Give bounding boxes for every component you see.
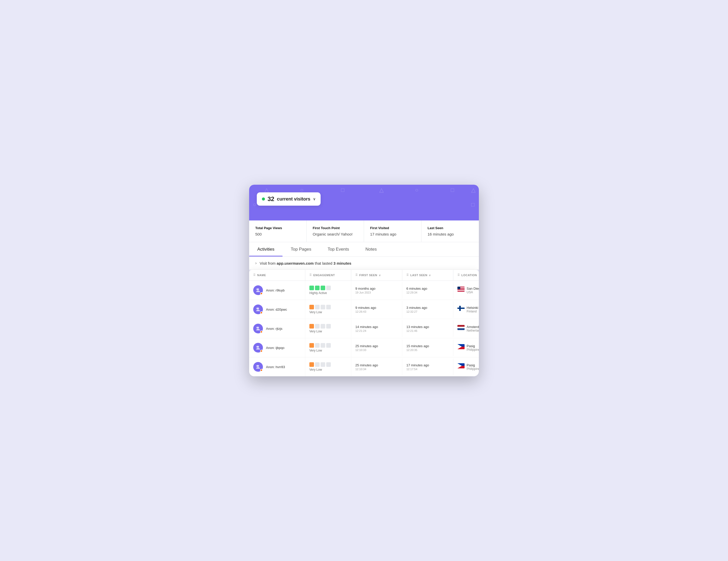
stat-value-first-visited: 17 minutes ago [370, 232, 415, 236]
td-engagement: Very Low [305, 319, 351, 338]
chevron-down-icon: ∨ [313, 197, 316, 201]
engagement-bar-3 [326, 305, 331, 310]
visitor-badge[interactable]: 32 current visitors ∨ [257, 192, 321, 206]
first-seen-date: 12:10:34 [355, 368, 398, 371]
stat-first-visited: First Visited 17 minutes ago [364, 220, 421, 242]
th-name-label: NAME [257, 273, 266, 277]
th-location-label: LOCATION [462, 273, 477, 277]
stat-first-touch: First Touch Point Organic search/ Yahoo! [307, 220, 364, 242]
bg-shape-9: □ [471, 201, 475, 208]
first-seen-rel: 25 minutes ago [355, 344, 398, 348]
engagement-bar-1 [315, 343, 320, 348]
td-engagement: Highly Active [305, 281, 351, 300]
last-seen-time: 12:29:34 [406, 291, 449, 294]
first-seen-date: 12:21:24 [355, 329, 398, 332]
location-country: Philippines [467, 367, 479, 371]
visitor-count: 32 [268, 195, 274, 202]
sort-icon-last-seen: ∨ [429, 274, 431, 277]
engagement-cell: Very Low [309, 305, 347, 314]
user-name: Anon: d20pwc [266, 308, 287, 312]
th-first-seen[interactable]: ⠿ FIRST SEEN ∨ [351, 270, 402, 280]
td-last-seen: 15 minutes ago12:20:35 [402, 340, 453, 356]
tab-top-events[interactable]: Top Events [319, 242, 357, 256]
location-country: Philippines [467, 348, 479, 352]
tab-top-pages[interactable]: Top Pages [283, 242, 319, 256]
engagement-bar-0 [309, 362, 314, 367]
location-cell: HelsinkiFinland [457, 306, 479, 313]
avatar-status-dot [260, 331, 263, 333]
th-engagement-label: ENGAGEMENT [313, 273, 335, 277]
stats-row: Total Page Views 500 First Touch Point O… [249, 220, 479, 242]
grid-icon-first-seen: ⠿ [355, 273, 358, 277]
engagement-label: Very Low [309, 349, 347, 352]
table-row[interactable]: Anon: r9luybHighly Active9 months ago19 … [249, 281, 479, 300]
table-row[interactable]: Anon: hvrr83Very Low25 minutes ago12:10:… [249, 358, 479, 376]
bg-shape-5: ○ [415, 187, 418, 193]
tabs-bar: Activities Top Pages Top Events Notes [249, 242, 479, 257]
avatar [253, 324, 263, 334]
engagement-bar-2 [321, 324, 325, 329]
first-seen-rel: 25 minutes ago [355, 363, 398, 367]
avatar-status-dot [260, 292, 263, 295]
svg-point-7 [256, 346, 258, 348]
location-text: AmsterdamNetherlands [467, 325, 479, 332]
last-seen-rel: 6 minutes ago [406, 287, 449, 291]
engagement-bar-3 [326, 343, 331, 348]
tab-activities[interactable]: Activities [249, 242, 283, 256]
td-engagement: Very Low [305, 358, 351, 376]
first-seen-rel: 9 minutes ago [355, 306, 398, 310]
location-city: Pasig [467, 363, 479, 367]
td-last-seen: 3 minutes ago12:32:27 [402, 301, 453, 318]
location-country: USA [467, 291, 479, 294]
user-name: Anon: rjtzjs [266, 327, 282, 331]
visitor-label: current visitors [277, 196, 310, 202]
avatar [253, 343, 263, 353]
name-cell: Anon: rjtzjs [253, 324, 301, 334]
flag-philippines-icon [457, 363, 465, 368]
avatar-status-dot [260, 369, 263, 372]
grid-icon-name: ⠿ [253, 273, 256, 277]
engagement-label: Highly Active [309, 291, 347, 295]
bg-shape-4: △ [379, 187, 384, 193]
engagement-bar-0 [309, 286, 314, 290]
tab-notes[interactable]: Notes [357, 242, 385, 256]
location-text: San DiegoUSA [467, 287, 479, 294]
activity-row[interactable]: › Visit from app.usermaven.com that last… [249, 257, 479, 270]
table-row[interactable]: Anon: d20pwcVery Low9 minutes ago12:26:4… [249, 300, 479, 319]
svg-point-5 [256, 327, 258, 329]
bg-shape-3: □ [341, 187, 344, 193]
engagement-cell: Highly Active [309, 286, 347, 295]
name-cell: Anon: r9luyb [253, 286, 301, 295]
td-engagement: Very Low [305, 339, 351, 357]
td-first-seen: 9 months ago19 Jun 2023 [351, 282, 402, 299]
th-last-seen-label: LAST SEEN [410, 273, 428, 277]
location-city: San Diego [467, 287, 479, 291]
engagement-bar-0 [309, 324, 314, 329]
user-name: Anon: hvrr83 [266, 365, 285, 369]
th-last-seen[interactable]: ⠿ LAST SEEN ∨ [402, 270, 453, 280]
flag-finland-icon [457, 306, 465, 311]
last-seen-rel: 15 minutes ago [406, 344, 449, 348]
stat-last-seen: Last Seen 16 minutes ago [421, 220, 479, 242]
last-seen-time: 12:20:35 [406, 349, 449, 352]
table-row[interactable]: Anon: ijbpqoVery Low25 minutes ago12:10:… [249, 338, 479, 358]
td-engagement: Very Low [305, 300, 351, 319]
location-cell: AmsterdamNetherlands [457, 325, 479, 332]
td-location: AmsterdamNetherlands [453, 320, 479, 337]
td-name: Anon: d20pwc [249, 300, 305, 319]
engagement-cell: Very Low [309, 343, 347, 352]
engagement-bar-2 [321, 343, 325, 348]
location-country: Finland [467, 310, 478, 313]
name-cell: Anon: ijbpqo [253, 343, 301, 353]
td-location: San DiegoUSA [453, 282, 479, 299]
stat-total-page-views: Total Page Views 500 [249, 220, 307, 242]
th-location: ⠿ LOCATION [453, 270, 479, 280]
td-name: Anon: rjtzjs [249, 319, 305, 338]
td-name: Anon: hvrr83 [249, 358, 305, 376]
grid-icon-last-seen: ⠿ [406, 273, 409, 277]
grid-icon-engagement: ⠿ [309, 273, 312, 277]
stat-label-last-seen: Last Seen [428, 226, 473, 230]
stat-label-first-touch: First Touch Point [313, 226, 358, 230]
table-row[interactable]: Anon: rjtzjsVery Low14 minutes ago12:21:… [249, 319, 479, 338]
stat-label-page-views: Total Page Views [255, 226, 300, 230]
